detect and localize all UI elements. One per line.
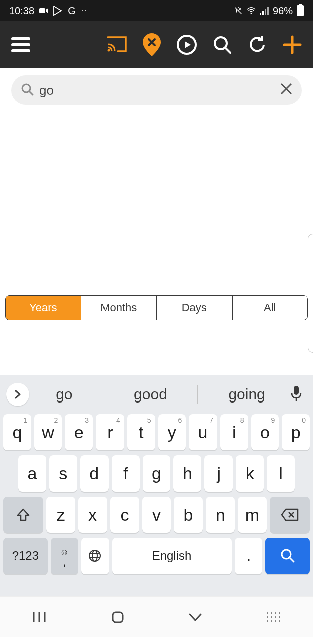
- key-a[interactable]: a: [18, 455, 46, 492]
- key-c[interactable]: c: [110, 497, 139, 533]
- key-space[interactable]: English: [112, 538, 232, 574]
- key-emoji-comma[interactable]: ☺ ,: [51, 538, 78, 574]
- svg-line-12: [225, 48, 230, 53]
- svg-rect-8: [11, 49, 30, 52]
- svg-line-16: [29, 91, 33, 95]
- clear-search-icon[interactable]: [280, 82, 293, 99]
- svg-rect-4: [265, 9, 266, 15]
- suggestion-divider: [103, 385, 103, 404]
- key-t[interactable]: t5: [127, 414, 155, 450]
- key-symbols[interactable]: ?123: [3, 538, 48, 574]
- key-h[interactable]: h: [173, 455, 201, 492]
- segment-years[interactable]: Years: [6, 296, 81, 320]
- key-p[interactable]: p0: [282, 414, 310, 450]
- cast-icon[interactable]: [106, 34, 127, 55]
- segment-months[interactable]: Months: [81, 296, 157, 320]
- key-g[interactable]: g: [143, 455, 171, 492]
- key-k[interactable]: k: [236, 455, 264, 492]
- key-f[interactable]: f: [112, 455, 140, 492]
- android-nav-bar: [0, 596, 313, 637]
- nav-keyboard-switch-icon[interactable]: [264, 607, 284, 627]
- key-s[interactable]: s: [49, 455, 77, 492]
- search-icon[interactable]: [212, 34, 233, 55]
- svg-rect-0: [39, 8, 45, 13]
- edge-panel-handle[interactable]: [308, 234, 313, 353]
- location-pin-icon[interactable]: [141, 34, 162, 55]
- key-n[interactable]: n: [206, 497, 235, 533]
- keyboard-row-2: a s d f g h j k l: [0, 455, 313, 492]
- svg-rect-19: [294, 386, 299, 395]
- key-backspace[interactable]: [270, 497, 310, 533]
- nav-home-icon[interactable]: [108, 607, 128, 627]
- key-search-action[interactable]: [265, 538, 310, 574]
- svg-point-24: [92, 550, 97, 561]
- search-magnifier-icon: [20, 82, 34, 98]
- keyboard-row-4: ?123 ☺ , English .: [0, 538, 313, 574]
- key-e[interactable]: e3: [65, 414, 93, 450]
- expand-suggestions-icon[interactable]: [6, 383, 29, 406]
- suggestion-word-2[interactable]: good: [125, 386, 176, 403]
- play-store-icon: [53, 6, 62, 15]
- play-circle-icon[interactable]: [176, 34, 197, 55]
- wifi-icon: [247, 6, 256, 15]
- search-field[interactable]: [11, 75, 302, 105]
- svg-point-23: [89, 550, 100, 561]
- segment-all[interactable]: All: [233, 296, 308, 320]
- suggestion-bar: go good going: [0, 375, 313, 414]
- key-q[interactable]: q1: [3, 414, 31, 450]
- search-bar-container: [0, 68, 313, 112]
- app-toolbar: [0, 21, 313, 68]
- keyboard-row-1: q1 w2 e3 r4 t5 y6 u7 i8 o9 p0: [0, 414, 313, 450]
- svg-point-1: [251, 13, 252, 14]
- key-u[interactable]: u7: [189, 414, 217, 450]
- key-d[interactable]: d: [80, 455, 109, 492]
- key-r[interactable]: r4: [96, 414, 124, 450]
- nav-back-icon[interactable]: [185, 607, 205, 627]
- battery-percent: 96%: [273, 5, 293, 17]
- search-input[interactable]: [34, 83, 280, 98]
- key-v[interactable]: v: [142, 497, 171, 533]
- android-status-bar: 10:38 G ·· 96%: [0, 0, 313, 21]
- suggestion-word-3[interactable]: going: [219, 386, 274, 403]
- svg-rect-2: [260, 13, 261, 15]
- svg-rect-32: [113, 612, 123, 622]
- vibrate-icon: [234, 6, 243, 15]
- keyboard-row-3: z x c v b n m: [0, 497, 313, 533]
- key-b[interactable]: b: [174, 497, 202, 533]
- soft-keyboard: go good going q1 w2 e3 r4 t5 y6 u7 i8 o9…: [0, 375, 313, 596]
- svg-rect-5: [267, 7, 269, 15]
- hamburger-menu-icon[interactable]: [10, 34, 31, 55]
- svg-rect-3: [262, 11, 264, 15]
- key-i[interactable]: i8: [220, 414, 248, 450]
- svg-rect-7: [11, 43, 30, 46]
- key-o[interactable]: o9: [251, 414, 279, 450]
- nav-recents-icon[interactable]: [29, 607, 49, 627]
- key-l[interactable]: l: [267, 455, 295, 492]
- key-j[interactable]: j: [204, 455, 233, 492]
- svg-line-28: [290, 558, 294, 562]
- key-w[interactable]: w2: [34, 414, 62, 450]
- add-icon[interactable]: [282, 34, 303, 55]
- more-dots-icon: ··: [81, 6, 88, 15]
- key-language[interactable]: [81, 538, 109, 574]
- camera-indicator-icon: [39, 6, 48, 15]
- battery-icon: [297, 5, 304, 16]
- status-time: 10:38: [9, 5, 34, 17]
- key-x[interactable]: x: [78, 497, 107, 533]
- refresh-icon[interactable]: [247, 34, 268, 55]
- key-m[interactable]: m: [238, 497, 266, 533]
- time-filter-segmented-control: Years Months Days All: [5, 295, 308, 320]
- mic-icon[interactable]: [290, 385, 307, 404]
- google-icon: G: [67, 6, 76, 15]
- content-area: Years Months Days All: [0, 112, 313, 375]
- signal-icon: [260, 6, 269, 15]
- svg-point-9: [108, 49, 110, 52]
- key-shift[interactable]: [3, 497, 43, 533]
- key-y[interactable]: y6: [158, 414, 186, 450]
- suggestion-divider: [197, 385, 198, 404]
- suggestion-word-1[interactable]: go: [47, 386, 81, 403]
- key-z[interactable]: z: [46, 497, 75, 533]
- segment-days[interactable]: Days: [157, 296, 233, 320]
- key-period[interactable]: .: [235, 538, 262, 574]
- svg-rect-6: [11, 37, 30, 40]
